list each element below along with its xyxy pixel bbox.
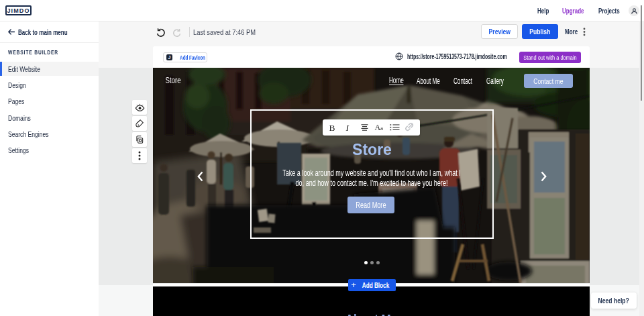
svg-text:I: I xyxy=(345,123,350,133)
svg-text:a: a xyxy=(380,125,383,131)
svg-text:B: B xyxy=(329,123,335,133)
